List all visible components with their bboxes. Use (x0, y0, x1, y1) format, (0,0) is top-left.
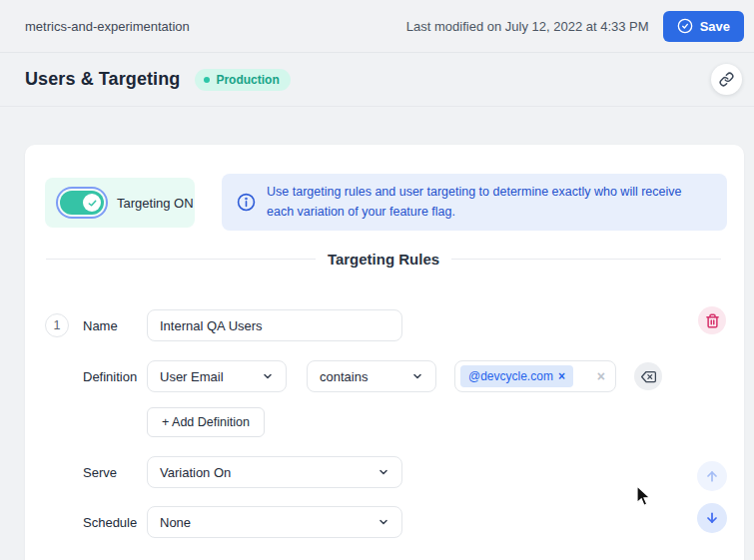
info-icon (237, 193, 256, 212)
delete-rule-button[interactable] (698, 306, 726, 334)
comparator-select-value: contains (320, 369, 368, 384)
value-chip[interactable]: @devcycle.com × (460, 365, 573, 387)
link-icon (719, 72, 734, 87)
add-definition-button[interactable]: + Add Definition (147, 407, 265, 437)
definition-values-field[interactable]: @devcycle.com × × (454, 360, 616, 392)
move-rule-down-button[interactable] (697, 503, 727, 533)
rule-name-input[interactable] (147, 309, 402, 341)
top-bar: metrics-and-experimentation Last modifie… (0, 0, 754, 53)
rule-number-text: 1 (54, 318, 61, 332)
serve-select-value: Variation On (160, 465, 231, 480)
serve-select[interactable]: Variation On (147, 456, 402, 488)
backspace-icon (641, 369, 656, 384)
targeting-toggle[interactable] (60, 191, 104, 215)
info-banner: Use targeting rules and user targeting t… (222, 174, 727, 231)
targeting-toggle-label: Targeting ON (117, 196, 194, 211)
environment-dot-icon (204, 77, 210, 83)
definition-label: Definition (83, 369, 137, 384)
chevron-down-icon (377, 466, 389, 478)
save-button[interactable]: Save (663, 11, 744, 42)
comparator-select[interactable]: contains (307, 360, 436, 392)
schedule-select-value: None (160, 515, 191, 530)
arrow-up-icon (704, 468, 720, 484)
toggle-check-icon (83, 194, 101, 212)
breadcrumb[interactable]: metrics-and-experimentation (25, 19, 190, 34)
property-select-value: User Email (160, 369, 224, 384)
targeting-rules-divider: Targeting Rules (46, 251, 721, 268)
check-circle-icon (677, 18, 693, 34)
name-label: Name (83, 318, 118, 333)
page-header: Users & Targeting Production (0, 53, 754, 107)
chevron-down-icon (262, 370, 274, 382)
property-select[interactable]: User Email (147, 360, 287, 392)
chip-remove-icon[interactable]: × (558, 369, 565, 383)
schedule-label: Schedule (83, 515, 137, 530)
info-banner-text: Use targeting rules and user targeting t… (267, 183, 711, 222)
environment-badge-label: Production (216, 73, 279, 87)
chevron-down-icon (411, 370, 423, 382)
last-modified-text: Last modified on July 12, 2022 at 4:33 P… (406, 19, 649, 34)
clear-values-icon[interactable]: × (597, 368, 605, 384)
page-title: Users & Targeting (25, 69, 180, 90)
trash-icon (705, 313, 720, 328)
copy-link-button[interactable] (711, 64, 742, 95)
move-rule-up-button[interactable] (697, 461, 727, 491)
value-chip-label: @devcycle.com (468, 369, 553, 383)
chevron-down-icon (377, 516, 389, 528)
targeting-card: Targeting ON Use targeting rules and use… (25, 145, 744, 560)
arrow-down-icon (704, 510, 720, 526)
rule-number-badge: 1 (45, 313, 69, 337)
schedule-select[interactable]: None (147, 506, 402, 538)
remove-definition-button[interactable] (634, 362, 662, 390)
targeting-toggle-box: Targeting ON (45, 178, 195, 228)
top-bar-right: Last modified on July 12, 2022 at 4:33 P… (406, 11, 744, 42)
environment-badge[interactable]: Production (195, 69, 290, 91)
serve-label: Serve (83, 465, 117, 480)
targeting-rules-title: Targeting Rules (328, 251, 439, 268)
save-button-label: Save (700, 19, 730, 34)
